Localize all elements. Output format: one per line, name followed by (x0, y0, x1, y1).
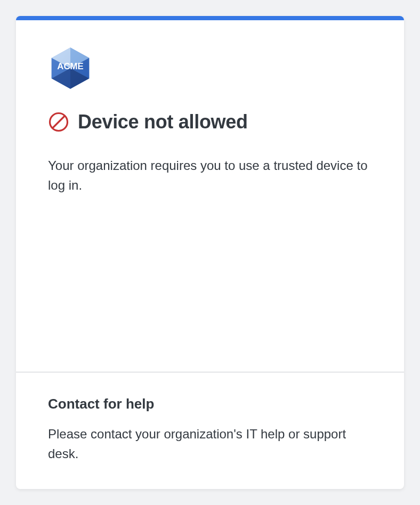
main-section: ACME Device not allowed Your organizatio… (16, 20, 404, 372)
error-title-row: Device not allowed (48, 111, 372, 133)
acme-logo-icon: ACME (48, 46, 93, 91)
auth-card: ACME Device not allowed Your organizatio… (16, 16, 404, 489)
svg-line-8 (53, 116, 64, 128)
error-message: Your organization requires you to use a … (48, 156, 372, 195)
logo-text: ACME (57, 61, 83, 71)
help-message: Please contact your organization's IT he… (48, 424, 372, 463)
org-logo: ACME (48, 46, 372, 93)
help-heading: Contact for help (48, 396, 372, 412)
card-accent-bar (16, 16, 404, 20)
help-section: Contact for help Please contact your org… (16, 372, 404, 489)
error-title: Device not allowed (78, 111, 248, 133)
prohibit-icon (48, 111, 69, 133)
